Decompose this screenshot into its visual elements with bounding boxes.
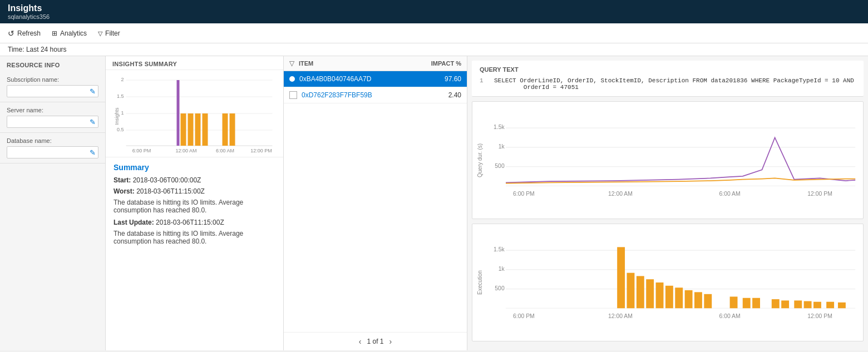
- svg-text:Insights: Insights: [114, 107, 120, 125]
- summary-worst-value: 2018-03-06T11:15:00Z: [136, 187, 205, 195]
- resource-info-title: RESOURCE INFO: [0, 62, 105, 72]
- app-header: Insights sqlanalytics356: [0, 0, 868, 23]
- item-name-1: 0xBA4B0B040746AA7D: [299, 75, 417, 83]
- svg-text:6:00 PM: 6:00 PM: [513, 191, 535, 197]
- summary-desc1: The database is hitting its IO limits. A…: [114, 199, 275, 214]
- svg-rect-10: [188, 113, 194, 146]
- svg-rect-12: [203, 113, 208, 146]
- filter-label: Filter: [105, 29, 120, 37]
- resource-info-panel: RESOURCE INFO Subscription name: Server …: [0, 56, 106, 350]
- toolbar: Refresh Analytics Filter: [0, 23, 868, 43]
- svg-text:1k: 1k: [499, 143, 505, 150]
- item-impact-1: 97.60: [417, 75, 461, 83]
- app-title: Insights: [8, 3, 860, 13]
- item-name-2: 0xD762F283F7FBF59B: [302, 91, 417, 99]
- query-line-num: 1: [480, 77, 489, 91]
- svg-text:6:00 AM: 6:00 AM: [216, 148, 234, 152]
- refresh-button[interactable]: Refresh: [8, 29, 41, 38]
- items-list: 0xBA4B0B040746AA7D 97.60 0xD762F283F7FBF…: [284, 71, 467, 332]
- svg-rect-49: [730, 296, 738, 308]
- execution-chart-box: Execution 1.5k 1k 500: [472, 224, 864, 341]
- query-panel: QUERY TEXT 1 SELECT OrderLineID, OrderID…: [467, 56, 868, 350]
- subscription-input[interactable]: [7, 85, 98, 97]
- summary-start-label: Start:: [114, 176, 131, 184]
- server-edit-icon[interactable]: [90, 118, 96, 126]
- svg-rect-55: [804, 301, 812, 309]
- summary-worst-label: Worst:: [114, 187, 135, 195]
- svg-rect-13: [177, 80, 180, 146]
- svg-text:12:00 AM: 12:00 AM: [608, 191, 633, 197]
- svg-text:12:00 AM: 12:00 AM: [175, 148, 196, 152]
- execution-chart-with-axis: Execution 1.5k 1k 500: [477, 229, 859, 336]
- insights-summary-panel: INSIGHTS SUMMARY 2 1.5 1 0.5: [106, 56, 284, 350]
- svg-rect-50: [743, 298, 751, 309]
- svg-rect-11: [195, 113, 201, 146]
- svg-rect-41: [637, 276, 644, 308]
- query-text-header: QUERY TEXT: [480, 66, 856, 73]
- svg-rect-52: [772, 299, 780, 308]
- query-duration-y-axis-label: Query dur. (s): [477, 106, 483, 214]
- svg-rect-15: [230, 113, 235, 146]
- svg-rect-45: [675, 287, 683, 308]
- analytics-icon: [52, 29, 57, 37]
- svg-text:12:00 AM: 12:00 AM: [608, 313, 633, 319]
- filter-icon: [98, 29, 102, 37]
- svg-text:6:00 AM: 6:00 AM: [719, 313, 741, 319]
- prev-page-button[interactable]: ‹: [359, 337, 362, 346]
- svg-rect-57: [826, 302, 834, 309]
- svg-rect-39: [617, 247, 625, 308]
- server-input[interactable]: [7, 116, 98, 128]
- summary-title: Summary: [114, 163, 275, 172]
- analytics-button[interactable]: Analytics: [52, 29, 87, 37]
- next-page-button[interactable]: ›: [389, 337, 392, 346]
- svg-rect-48: [704, 294, 712, 308]
- svg-text:2: 2: [121, 77, 124, 82]
- svg-text:500: 500: [495, 163, 505, 169]
- database-input[interactable]: [7, 146, 98, 158]
- items-col-item-header: ITEM: [299, 60, 417, 67]
- summary-desc2: The database is hitting its IO limits. A…: [114, 230, 275, 245]
- summary-start-row: Start: 2018-03-06T00:00:00Z: [114, 176, 275, 184]
- svg-text:12:00 PM: 12:00 PM: [807, 313, 832, 319]
- insights-chart-area: 2 1.5 1 0.5: [106, 70, 283, 157]
- subscription-edit-icon[interactable]: [90, 87, 96, 96]
- refresh-label: Refresh: [17, 29, 41, 37]
- items-col-impact-header: IMPACT %: [417, 60, 461, 67]
- svg-rect-42: [646, 279, 654, 308]
- item-impact-2: 2.40: [417, 91, 461, 99]
- time-label: Time: Last 24 hours: [8, 46, 67, 53]
- items-filter-icon: ▽: [289, 60, 294, 67]
- items-table-header: ▽ ITEM IMPACT %: [284, 56, 467, 71]
- item-doc-icon-2: [289, 91, 297, 99]
- server-field: Server name:: [0, 102, 105, 133]
- svg-text:12:00 PM: 12:00 PM: [807, 191, 832, 197]
- svg-rect-43: [656, 282, 664, 308]
- query-text-content: 1 SELECT OrderLineID, OrderID, StockItem…: [480, 77, 856, 91]
- query-duration-chart-with-axis: Query dur. (s) 1.5k 1k: [477, 106, 859, 214]
- summary-lastupdate-value: 2018-03-06T11:15:00Z: [156, 219, 224, 226]
- query-duration-chart-box: Query dur. (s) 1.5k 1k: [472, 101, 864, 219]
- execution-y-axis-label: Execution: [477, 229, 483, 336]
- insights-summary-title: INSIGHTS SUMMARY: [106, 56, 283, 70]
- item-row[interactable]: 0xD762F283F7FBF59B 2.40: [284, 87, 467, 103]
- query-duration-svg: 1.5k 1k 500 6:00 PM 12:00 AM 6:00 A: [485, 106, 859, 214]
- svg-text:0.5: 0.5: [117, 127, 124, 132]
- svg-rect-51: [752, 298, 760, 309]
- svg-text:12:00 PM: 12:00 PM: [250, 148, 272, 152]
- app-subtitle: sqlanalytics356: [8, 13, 860, 20]
- svg-text:1.5: 1.5: [117, 93, 124, 99]
- svg-text:6:00 PM: 6:00 PM: [132, 148, 151, 152]
- database-label: Database name:: [7, 137, 98, 144]
- summary-start-value: 2018-03-06T00:00:00Z: [133, 176, 201, 184]
- summary-lastupdate-label: Last Update:: [114, 219, 154, 226]
- filter-button[interactable]: Filter: [98, 29, 120, 37]
- subscription-label: Subscription name:: [7, 76, 98, 83]
- subscription-field: Subscription name:: [0, 72, 105, 102]
- summary-worst-row: Worst: 2018-03-06T11:15:00Z: [114, 187, 275, 195]
- svg-rect-46: [685, 290, 693, 308]
- database-edit-icon[interactable]: [90, 148, 96, 157]
- center-area: INSIGHTS SUMMARY 2 1.5 1 0.5: [106, 56, 868, 350]
- item-row[interactable]: 0xBA4B0B040746AA7D 97.60: [284, 71, 467, 87]
- svg-rect-44: [665, 286, 673, 308]
- query-duration-chart-inner: 1.5k 1k 500 6:00 PM 12:00 AM 6:00 A: [485, 106, 859, 214]
